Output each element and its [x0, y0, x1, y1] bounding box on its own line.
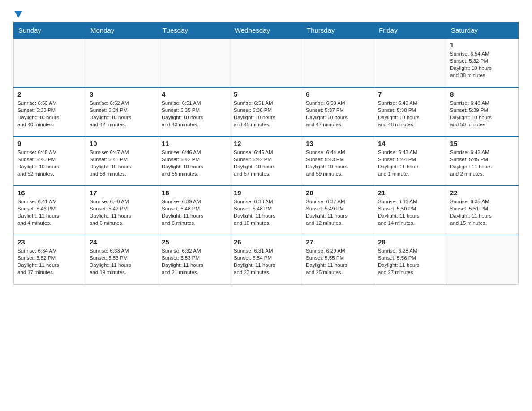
- calendar-cell: 15Sunrise: 6:42 AM Sunset: 5:45 PM Dayli…: [446, 137, 519, 186]
- day-info: Sunrise: 6:54 AM Sunset: 5:32 PM Dayligh…: [450, 50, 515, 79]
- day-number: 12: [234, 140, 298, 147]
- day-info: Sunrise: 6:41 AM Sunset: 5:46 PM Dayligh…: [17, 198, 82, 227]
- weekday-header-monday: Monday: [86, 23, 158, 39]
- day-number: 5: [234, 90, 298, 98]
- day-number: 4: [162, 90, 226, 98]
- calendar-cell: [158, 38, 230, 87]
- weekday-header-sunday: Sunday: [14, 23, 86, 39]
- day-info: Sunrise: 6:33 AM Sunset: 5:53 PM Dayligh…: [90, 247, 154, 276]
- calendar-cell: 17Sunrise: 6:40 AM Sunset: 5:47 PM Dayli…: [86, 186, 158, 235]
- day-number: 13: [306, 140, 370, 147]
- day-info: Sunrise: 6:34 AM Sunset: 5:52 PM Dayligh…: [17, 247, 82, 276]
- day-number: 8: [450, 90, 515, 98]
- day-number: 2: [17, 90, 82, 98]
- weekday-header-saturday: Saturday: [446, 23, 519, 39]
- day-number: 11: [162, 140, 226, 147]
- day-info: Sunrise: 6:31 AM Sunset: 5:54 PM Dayligh…: [234, 247, 298, 276]
- day-info: Sunrise: 6:45 AM Sunset: 5:42 PM Dayligh…: [234, 149, 298, 177]
- weekday-header-wednesday: Wednesday: [230, 23, 302, 39]
- calendar-cell: 13Sunrise: 6:44 AM Sunset: 5:43 PM Dayli…: [302, 137, 374, 186]
- calendar-cell: 3Sunrise: 6:52 AM Sunset: 5:34 PM Daylig…: [86, 87, 158, 137]
- week-row-2: 2Sunrise: 6:53 AM Sunset: 5:33 PM Daylig…: [14, 87, 519, 137]
- day-info: Sunrise: 6:36 AM Sunset: 5:50 PM Dayligh…: [378, 198, 442, 227]
- week-row-4: 16Sunrise: 6:41 AM Sunset: 5:46 PM Dayli…: [14, 186, 519, 235]
- day-number: 17: [90, 189, 154, 197]
- calendar-cell: 24Sunrise: 6:33 AM Sunset: 5:53 PM Dayli…: [86, 235, 158, 284]
- logo-triangle-icon: [14, 11, 22, 18]
- day-number: 20: [306, 189, 370, 197]
- day-number: 26: [234, 238, 298, 246]
- calendar-cell: 11Sunrise: 6:46 AM Sunset: 5:42 PM Dayli…: [158, 137, 230, 186]
- weekday-header-friday: Friday: [374, 23, 446, 39]
- calendar-cell: 7Sunrise: 6:49 AM Sunset: 5:38 PM Daylig…: [374, 87, 446, 137]
- day-number: 1: [450, 41, 515, 49]
- calendar-cell: 28Sunrise: 6:28 AM Sunset: 5:56 PM Dayli…: [374, 235, 446, 284]
- day-number: 24: [90, 238, 154, 246]
- weekday-header-row: SundayMondayTuesdayWednesdayThursdayFrid…: [14, 23, 519, 39]
- day-number: 15: [450, 140, 515, 147]
- calendar-cell: 25Sunrise: 6:32 AM Sunset: 5:53 PM Dayli…: [158, 235, 230, 284]
- calendar-cell: [230, 38, 302, 87]
- calendar-cell: 14Sunrise: 6:43 AM Sunset: 5:44 PM Dayli…: [374, 137, 446, 186]
- day-number: 18: [162, 189, 226, 197]
- day-number: 22: [450, 189, 515, 197]
- calendar-cell: 26Sunrise: 6:31 AM Sunset: 5:54 PM Dayli…: [230, 235, 302, 284]
- day-number: 21: [378, 189, 442, 197]
- day-number: 25: [162, 238, 226, 246]
- day-info: Sunrise: 6:52 AM Sunset: 5:34 PM Dayligh…: [90, 99, 154, 128]
- day-number: 19: [234, 189, 298, 197]
- day-info: Sunrise: 6:53 AM Sunset: 5:33 PM Dayligh…: [17, 99, 82, 128]
- day-info: Sunrise: 6:32 AM Sunset: 5:53 PM Dayligh…: [162, 247, 226, 276]
- calendar-cell: 16Sunrise: 6:41 AM Sunset: 5:46 PM Dayli…: [14, 186, 86, 235]
- day-number: 3: [90, 90, 154, 98]
- day-number: 16: [17, 189, 82, 197]
- day-info: Sunrise: 6:35 AM Sunset: 5:51 PM Dayligh…: [450, 198, 515, 227]
- day-number: 10: [90, 140, 154, 147]
- calendar-cell: 2Sunrise: 6:53 AM Sunset: 5:33 PM Daylig…: [14, 87, 86, 137]
- logo: [13, 9, 22, 18]
- calendar-cell: [374, 38, 446, 87]
- day-info: Sunrise: 6:49 AM Sunset: 5:38 PM Dayligh…: [378, 99, 442, 128]
- day-number: 23: [17, 238, 82, 246]
- calendar-table: SundayMondayTuesdayWednesdayThursdayFrid…: [13, 22, 519, 285]
- day-info: Sunrise: 6:29 AM Sunset: 5:55 PM Dayligh…: [306, 247, 370, 276]
- day-info: Sunrise: 6:46 AM Sunset: 5:42 PM Dayligh…: [162, 149, 226, 177]
- calendar-cell: 19Sunrise: 6:38 AM Sunset: 5:48 PM Dayli…: [230, 186, 302, 235]
- day-info: Sunrise: 6:47 AM Sunset: 5:41 PM Dayligh…: [90, 149, 154, 177]
- calendar-cell: 5Sunrise: 6:51 AM Sunset: 5:36 PM Daylig…: [230, 87, 302, 137]
- calendar-cell: 22Sunrise: 6:35 AM Sunset: 5:51 PM Dayli…: [446, 186, 519, 235]
- calendar-cell: 23Sunrise: 6:34 AM Sunset: 5:52 PM Dayli…: [14, 235, 86, 284]
- day-number: 6: [306, 90, 370, 98]
- calendar-cell: 12Sunrise: 6:45 AM Sunset: 5:42 PM Dayli…: [230, 137, 302, 186]
- day-info: Sunrise: 6:44 AM Sunset: 5:43 PM Dayligh…: [306, 149, 370, 177]
- day-info: Sunrise: 6:39 AM Sunset: 5:48 PM Dayligh…: [162, 198, 226, 227]
- calendar-cell: 4Sunrise: 6:51 AM Sunset: 5:35 PM Daylig…: [158, 87, 230, 137]
- day-number: 9: [17, 140, 82, 147]
- week-row-5: 23Sunrise: 6:34 AM Sunset: 5:52 PM Dayli…: [14, 235, 519, 284]
- day-info: Sunrise: 6:40 AM Sunset: 5:47 PM Dayligh…: [90, 198, 154, 227]
- day-info: Sunrise: 6:42 AM Sunset: 5:45 PM Dayligh…: [450, 149, 515, 177]
- page-header: [13, 9, 519, 18]
- day-info: Sunrise: 6:48 AM Sunset: 5:39 PM Dayligh…: [450, 99, 515, 128]
- calendar-cell: [302, 38, 374, 87]
- day-number: 7: [378, 90, 442, 98]
- calendar-cell: 1Sunrise: 6:54 AM Sunset: 5:32 PM Daylig…: [446, 38, 519, 87]
- calendar-cell: 21Sunrise: 6:36 AM Sunset: 5:50 PM Dayli…: [374, 186, 446, 235]
- day-info: Sunrise: 6:37 AM Sunset: 5:49 PM Dayligh…: [306, 198, 370, 227]
- calendar-cell: 6Sunrise: 6:50 AM Sunset: 5:37 PM Daylig…: [302, 87, 374, 137]
- day-info: Sunrise: 6:43 AM Sunset: 5:44 PM Dayligh…: [378, 149, 442, 177]
- calendar-cell: 18Sunrise: 6:39 AM Sunset: 5:48 PM Dayli…: [158, 186, 230, 235]
- day-info: Sunrise: 6:51 AM Sunset: 5:36 PM Dayligh…: [234, 99, 298, 128]
- calendar-cell: 20Sunrise: 6:37 AM Sunset: 5:49 PM Dayli…: [302, 186, 374, 235]
- day-info: Sunrise: 6:38 AM Sunset: 5:48 PM Dayligh…: [234, 198, 298, 227]
- calendar-cell: 8Sunrise: 6:48 AM Sunset: 5:39 PM Daylig…: [446, 87, 519, 137]
- weekday-header-thursday: Thursday: [302, 23, 374, 39]
- day-number: 14: [378, 140, 442, 147]
- calendar-cell: 9Sunrise: 6:48 AM Sunset: 5:40 PM Daylig…: [14, 137, 86, 186]
- week-row-3: 9Sunrise: 6:48 AM Sunset: 5:40 PM Daylig…: [14, 137, 519, 186]
- calendar-cell: 27Sunrise: 6:29 AM Sunset: 5:55 PM Dayli…: [302, 235, 374, 284]
- weekday-header-tuesday: Tuesday: [158, 23, 230, 39]
- day-info: Sunrise: 6:50 AM Sunset: 5:37 PM Dayligh…: [306, 99, 370, 128]
- day-info: Sunrise: 6:48 AM Sunset: 5:40 PM Dayligh…: [17, 149, 82, 177]
- calendar-cell: [446, 235, 519, 284]
